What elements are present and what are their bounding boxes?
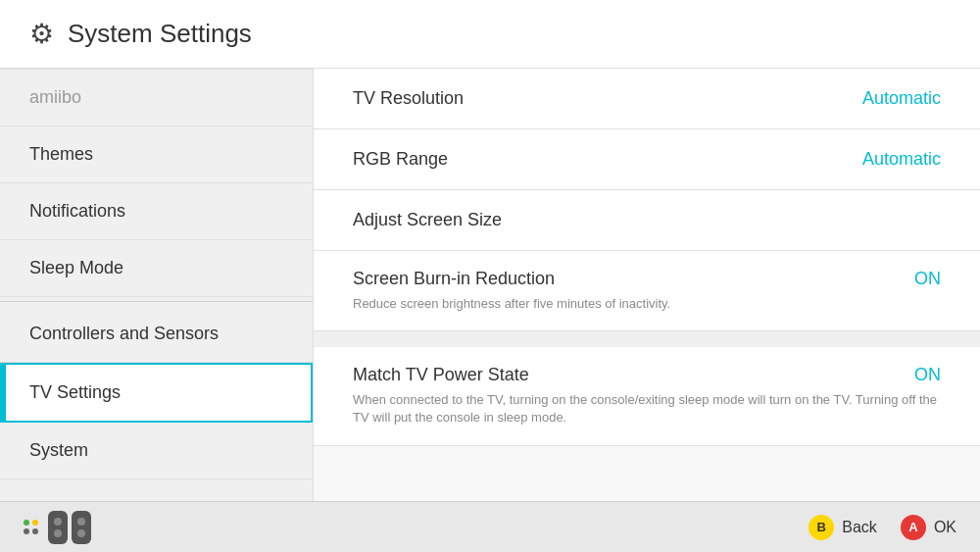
setting-tv-resolution[interactable]: TV Resolution Automatic <box>314 69 980 129</box>
sidebar-item-amiibo[interactable]: amiibo <box>0 69 313 126</box>
dot-yellow <box>32 520 38 526</box>
main-layout: amiibo Themes Notifications Sleep Mode C… <box>0 69 980 501</box>
setting-screen-burn-in[interactable]: Screen Burn-in Reduction ON Reduce scree… <box>314 251 980 331</box>
sidebar: amiibo Themes Notifications Sleep Mode C… <box>0 69 314 501</box>
joycon-left-btn1 <box>54 518 62 526</box>
footer-left <box>24 511 91 544</box>
joycon-dots <box>24 520 38 534</box>
back-button[interactable]: B Back <box>808 515 877 540</box>
setting-match-tv-power[interactable]: Match TV Power State ON When connected t… <box>314 347 980 445</box>
sidebar-item-sleep-mode[interactable]: Sleep Mode <box>0 240 313 297</box>
settings-icon: ⚙ <box>29 18 54 50</box>
joycon-icon <box>48 511 91 544</box>
sidebar-item-notifications[interactable]: Notifications <box>0 183 313 240</box>
setting-row-header-power: Match TV Power State ON <box>353 365 941 385</box>
dot-gray1 <box>24 528 29 534</box>
setting-row-header-burn: Screen Burn-in Reduction ON <box>353 269 941 289</box>
sidebar-item-controllers-sensors[interactable]: Controllers and Sensors <box>0 306 313 363</box>
joycon-right-btn2 <box>77 529 85 537</box>
app-header: ⚙ System Settings <box>0 0 980 69</box>
sidebar-item-tv-settings[interactable]: TV Settings <box>0 363 313 423</box>
footer: B Back A OK <box>0 501 980 552</box>
b-button-circle: B <box>808 515 834 540</box>
dot-green <box>24 520 29 526</box>
content-area: TV Resolution Automatic RGB Range Automa… <box>314 69 980 501</box>
ok-button[interactable]: A OK <box>901 515 956 540</box>
sidebar-item-system[interactable]: System <box>0 423 313 479</box>
page-title: System Settings <box>68 19 252 49</box>
sidebar-item-themes[interactable]: Themes <box>0 126 313 183</box>
sidebar-divider <box>0 301 313 302</box>
joycon-right-btn1 <box>77 518 85 526</box>
footer-right: B Back A OK <box>808 515 956 540</box>
content-spacer <box>314 331 980 347</box>
joycon-right <box>72 511 91 544</box>
a-button-circle: A <box>901 515 926 540</box>
joycon-left <box>48 511 68 544</box>
setting-rgb-range[interactable]: RGB Range Automatic <box>314 129 980 190</box>
setting-adjust-screen-size[interactable]: Adjust Screen Size <box>314 190 980 251</box>
joycon-left-btn2 <box>54 529 62 537</box>
dot-gray2 <box>32 528 38 534</box>
